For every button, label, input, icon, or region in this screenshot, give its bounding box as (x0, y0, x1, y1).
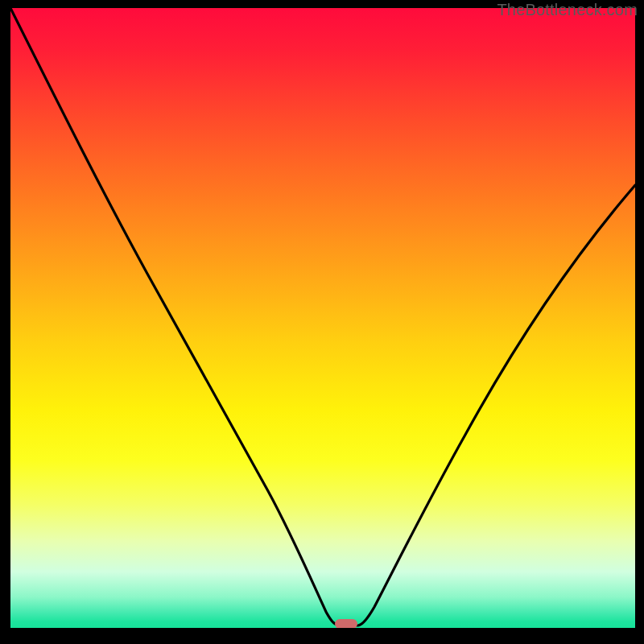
chart-container: TheBottleneck.com (0, 0, 644, 644)
watermark-text: TheBottleneck.com (497, 1, 638, 19)
plot-area (10, 8, 635, 628)
bottleneck-curve (10, 8, 635, 625)
optimal-marker (335, 619, 357, 628)
chart-svg (10, 8, 635, 628)
